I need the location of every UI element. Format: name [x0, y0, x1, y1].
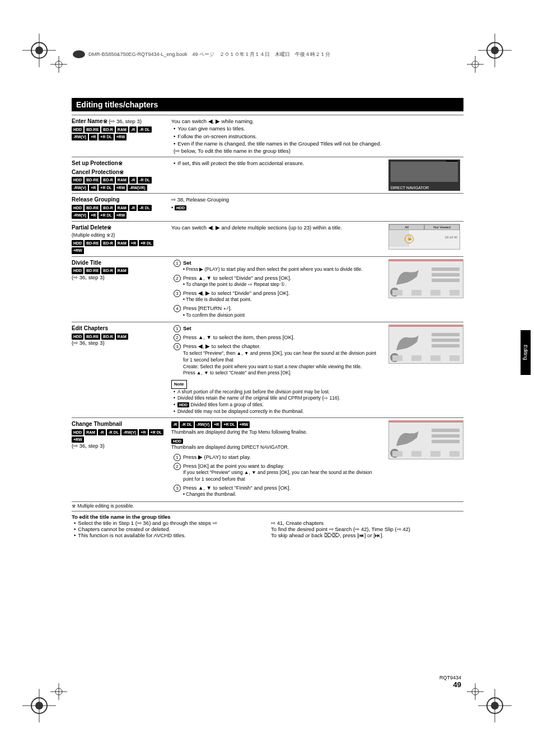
badge: -R: [129, 205, 137, 211]
row-partial-delete: Partial Delete※ (Multiple editing ※2) HD…: [72, 221, 463, 256]
page-number: RQT9434 49: [439, 675, 461, 689]
footer-l3: This function is not available for AVCHD…: [74, 532, 264, 538]
badge: RAM: [85, 429, 97, 435]
thumb-ref: (⇨ 36, step 3): [72, 443, 165, 450]
badge: +RW: [72, 436, 84, 443]
badge: -R: [98, 429, 105, 435]
badge: RAM: [116, 177, 128, 183]
badge: BD-R: [101, 240, 115, 246]
badge: +R DL: [149, 429, 163, 435]
badge: -RW(V): [121, 429, 138, 435]
badge: BD-RE: [85, 334, 100, 340]
release-hdd: HDD: [175, 205, 186, 210]
row-divide-title: Divide Title HDD BD-RE BD-R RAM (⇨ 36, s…: [72, 256, 463, 322]
panel-screen: [391, 162, 458, 182]
protection-badges: HDD BD-RE BD-R RAM -R -R DL -RW(V) +R +R…: [72, 177, 165, 191]
tab-all: All: [389, 224, 424, 230]
divide-s4b: To confirm the division point: [186, 312, 245, 318]
badge: -R DL: [138, 126, 152, 133]
enter-name-bul2: Follow the on-screen instructions.: [174, 133, 382, 140]
release-text: ⇨ 38, Release Grouping: [171, 196, 382, 203]
date-label: 23.10.W: [409, 230, 460, 247]
badge: BD-R: [101, 334, 115, 340]
badge: -RW(V): [195, 421, 211, 428]
chapters-n4: Divided title may not be displayed corre…: [174, 408, 382, 415]
badge: -R DL: [180, 421, 194, 428]
chapters-ref: (⇨ 36, step 3): [72, 340, 165, 347]
badge: -RW(VR): [128, 185, 147, 191]
footer-r3: To skip ahead or back ⌦⌦, press [⏮] or […: [271, 532, 463, 538]
badge: -RW(V): [72, 212, 88, 218]
badge: +R: [89, 212, 97, 218]
dino-icon: [394, 426, 421, 449]
step-3-icon: 3: [174, 343, 181, 350]
book-icon: [73, 50, 85, 58]
row-edit-chapters: Edit Chapters HDD BD-RE BD-R RAM (⇨ 36, …: [72, 322, 463, 417]
thumb-sub: If you select "Preview" using ▲, ▼ and p…: [183, 469, 382, 483]
chapters-n2: Divided titles retain the name of the or…: [174, 395, 382, 402]
divide-s2: Press ▲, ▼ to select "Divide" and press …: [183, 275, 291, 281]
release-heading: Release Grouping: [72, 196, 165, 204]
divide-ref: (⇨ 36, step 3): [72, 274, 165, 281]
badge: RAM: [116, 334, 128, 340]
badge: +R DL: [99, 185, 113, 191]
footer-section: To edit the title name in the group titl…: [72, 511, 463, 538]
divide-thumbnail: [388, 259, 463, 298]
enter-name-heading: Enter Name※: [72, 118, 107, 124]
badge: -R: [129, 177, 137, 183]
chapters-s1: Set: [183, 325, 191, 332]
badge: HDD: [171, 439, 183, 444]
chapters-heading: Edit Chapters: [72, 325, 165, 332]
row-enter-name: Enter Name※ (⇨ 36, step 3) HDD BD-RE BD-…: [72, 115, 463, 157]
footer-heading: To edit the title name in the group titl…: [72, 514, 463, 520]
badge: +R: [212, 421, 221, 428]
divide-s1b: Press ▶ (PLAY) to start play and then se…: [186, 266, 362, 272]
side-tab: Editing: [521, 330, 531, 375]
divide-heading: Divide Title: [72, 259, 165, 267]
note-label: Note: [171, 380, 187, 388]
badge: +RW: [72, 247, 84, 253]
protection-text: If set, this will protect the title from…: [174, 159, 382, 167]
enter-name-bul1: You can give names to titles.: [174, 125, 382, 132]
badge: HDD: [72, 429, 83, 435]
cross-br: [467, 683, 484, 700]
badge: +RW: [238, 421, 250, 428]
badge: -R DL: [138, 177, 152, 183]
step-1-icon: 1: [174, 454, 181, 461]
dino-icon: [394, 331, 421, 353]
chapters-sub2: Create: Select the point where you want …: [183, 364, 382, 370]
main-content: Editing titles/chapters Enter Name※ (⇨ 3…: [72, 98, 463, 538]
badge: RAM: [116, 267, 128, 274]
chapters-s3: Press ◀, ▶ to select the chapter.: [183, 343, 261, 349]
thumb-hdd-text: Thumbnails are displayed during DIRECT N…: [171, 444, 382, 451]
step-1-icon: 1: [174, 325, 181, 332]
change-thumbnail-preview: [388, 420, 463, 459]
row-change-thumbnail: Change Thumbnail HDD RAM -R -R DL -RW(V)…: [72, 417, 463, 501]
step-4-icon: 4: [174, 305, 181, 312]
cross-bl: [50, 683, 67, 700]
divide-s2b: To change the point to divide ⇨ Repeat s…: [186, 281, 287, 287]
partial-badges: HDD BD-RE BD-R RAM +R +R DL +RW: [72, 240, 165, 254]
step-2-icon: 2: [174, 463, 181, 470]
thumb-s1: Press ▶ (PLAY) to start play.: [183, 453, 251, 461]
thumb-s3: Press ▲, ▼ to select "Finish" and press …: [183, 485, 291, 491]
badge: -R: [129, 126, 137, 133]
step-2-icon: 2: [174, 275, 181, 282]
badge: BD-RE: [85, 205, 100, 211]
badge: BD-R: [101, 267, 115, 274]
page-code: RQT9434: [439, 675, 461, 680]
thumb-top-text: Thumbnails are displayed during the Top …: [171, 429, 382, 436]
badge: HDD: [72, 205, 83, 211]
badge: HDD: [72, 334, 83, 340]
badge: -R DL: [107, 429, 121, 435]
thumb-heading: Change Thumbnail: [72, 420, 165, 428]
enter-name-line: You can switch ◀, ▶ while naming.: [171, 118, 382, 125]
enter-name-badges: HDD BD-RE BD-R RAM -R -R DL -RW(V) +R +R…: [72, 126, 165, 140]
padlock-icon: 🔒: [407, 236, 413, 241]
badge: HDD: [72, 240, 83, 246]
badge: +R DL: [99, 134, 113, 140]
tab-notviewed: Not Viewed: [424, 224, 460, 230]
badge: -RW(V): [72, 185, 88, 191]
chapters-n1: A short portion of the recording just be…: [174, 389, 382, 396]
badge: BD-R: [101, 126, 115, 133]
